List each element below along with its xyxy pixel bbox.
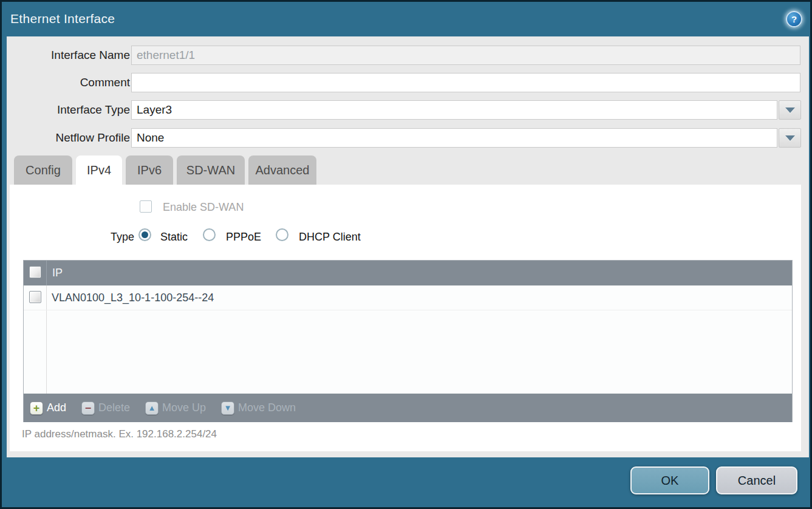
delete-button-label: Delete: [98, 401, 130, 414]
radio-dot: [206, 231, 213, 238]
select-all-checkbox[interactable]: [29, 266, 41, 278]
comment-input[interactable]: [131, 73, 800, 92]
add-button[interactable]: + Add: [30, 401, 66, 415]
ip-table-body: VLAN0100_L3_10-1-100-254--24: [24, 285, 792, 394]
ip-format-hint: IP address/netmask. Ex. 192.168.2.254/24: [22, 428, 217, 440]
netflow-profile-label: Netflow Profile: [12, 128, 130, 148]
ip-table: IP VLAN0100_L3_10-1-100-254--24 + Add: [23, 260, 793, 422]
help-icon-glyph: ?: [791, 14, 797, 24]
ip-table-header: IP: [24, 261, 792, 285]
tab-ipv6[interactable]: IPv6: [126, 155, 173, 185]
radio-dhcp-client-label: DHCP Client: [299, 230, 361, 244]
type-label: Type: [46, 230, 134, 244]
interface-name-label: Interface Name: [12, 46, 130, 65]
dialog-title: Ethernet Interface: [10, 2, 115, 36]
chevron-down-icon: [785, 108, 795, 113]
tab-config[interactable]: Config: [14, 155, 72, 185]
interface-type-combobox[interactable]: Layer3: [131, 100, 777, 120]
comment-label: Comment: [12, 73, 130, 92]
arrow-down-icon: ▼: [221, 401, 234, 415]
ok-button[interactable]: OK: [630, 466, 709, 494]
add-button-label: Add: [47, 401, 66, 414]
radio-pppoe[interactable]: [203, 228, 216, 241]
tab-ipv4[interactable]: IPv4: [76, 155, 122, 185]
cancel-button[interactable]: Cancel: [716, 466, 797, 494]
minus-icon: −: [81, 401, 95, 415]
column-divider: [46, 261, 47, 285]
ip-table-toolbar: + Add − Delete ▲ Move Up ▼ Move Down: [24, 394, 792, 422]
radio-pppoe-label: PPPoE: [226, 230, 261, 244]
interface-type-dropdown-button[interactable]: [779, 100, 801, 120]
arrow-up-icon-glyph: ▲: [148, 404, 156, 412]
radio-dot: [142, 231, 148, 238]
table-row[interactable]: VLAN0100_L3_10-1-100-254--24: [24, 285, 792, 310]
tab-sdwan[interactable]: SD-WAN: [177, 155, 245, 185]
arrow-down-icon-glyph: ▼: [224, 404, 232, 412]
ipv4-tab-panel: Enable SD-WAN Type Static PPPoE DHCP Cli…: [10, 185, 801, 451]
move-up-button-label: Move Up: [162, 401, 206, 414]
move-down-button-label: Move Down: [238, 401, 296, 414]
move-down-button: ▼ Move Down: [221, 401, 296, 415]
enable-sdwan-checkbox: [140, 200, 152, 213]
netflow-profile-dropdown-button[interactable]: [779, 128, 801, 148]
arrow-up-icon: ▲: [145, 401, 159, 415]
minus-icon-glyph: −: [85, 403, 92, 414]
radio-dot: [279, 231, 285, 238]
row-checkbox[interactable]: [29, 291, 41, 303]
row-ip-value: VLAN0100_L3_10-1-100-254--24: [52, 285, 214, 310]
radio-dhcp-client[interactable]: [276, 228, 288, 241]
plus-icon-glyph: +: [33, 403, 40, 414]
radio-static-label: Static: [160, 230, 188, 244]
interface-type-label: Interface Type: [12, 100, 130, 120]
interface-name-field: ethernet1/1: [131, 46, 800, 65]
dialog-titlebar: Ethernet Interface ?: [2, 2, 810, 35]
plus-icon: +: [30, 401, 43, 415]
radio-static[interactable]: [138, 228, 151, 241]
help-icon[interactable]: ?: [786, 11, 802, 27]
move-up-button: ▲ Move Up: [145, 401, 206, 415]
dialog-body: Interface Name ethernet1/1 Comment Inter…: [7, 36, 809, 457]
ip-column-header: IP: [52, 261, 63, 285]
netflow-profile-combobox[interactable]: None: [131, 128, 777, 148]
enable-sdwan-label: Enable SD-WAN: [163, 200, 244, 214]
tab-bar: Config IPv4 IPv6 SD-WAN Advanced: [14, 155, 316, 185]
chevron-down-icon: [785, 135, 795, 141]
ethernet-interface-dialog: Ethernet Interface ? Interface Name ethe…: [0, 0, 812, 509]
tab-advanced[interactable]: Advanced: [248, 155, 316, 185]
delete-button: − Delete: [81, 401, 130, 415]
